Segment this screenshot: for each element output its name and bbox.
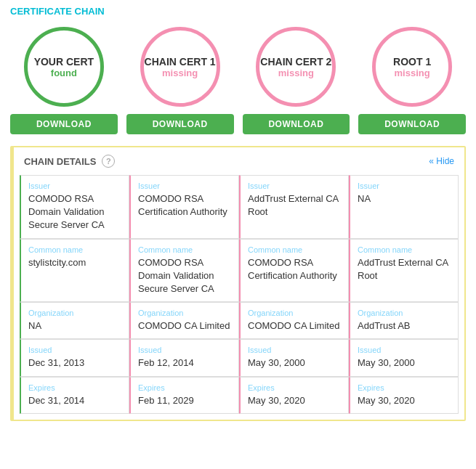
cell-label: Common name	[248, 245, 341, 254]
cell-value: COMODO RSA Certification Authority	[138, 192, 231, 219]
table-cell: IssuedDec 31, 2013	[20, 339, 129, 376]
hide-button[interactable]: « Hide	[429, 156, 454, 166]
table-cell: IssuedFeb 12, 2014	[129, 339, 239, 376]
cell-value: May 30, 2000	[248, 356, 341, 370]
cell-value: Feb 11, 2029	[138, 394, 231, 407]
cell-label: Expires	[358, 383, 451, 392]
table-cell: Common nameAddTrust External CA Root	[349, 239, 459, 303]
table-cell: Common namestylistcity.com	[20, 239, 129, 303]
table-cell: OrganizationAddTrust AB	[349, 302, 459, 339]
table-row-issued: IssuedDec 31, 2013IssuedFeb 12, 2014Issu…	[20, 339, 459, 376]
download-button-root-1[interactable]: DOWNLOAD	[358, 114, 466, 134]
cell-label: Expires	[248, 383, 341, 392]
cert-circle-chain-cert-2: CHAIN CERT 2 missing	[256, 27, 336, 107]
cert-circle-wrapper-your-cert: YOUR CERT found DOWNLOAD	[10, 27, 118, 134]
chain-table: IssuerCOMODO RSA Domain Validation Secur…	[14, 175, 464, 420]
table-cell: IssuedMay 30, 2000	[239, 339, 349, 376]
cert-circle-wrapper-chain-cert-1: CHAIN CERT 1 missing DOWNLOAD	[126, 27, 234, 134]
cert-circle-chain-cert-1: CHAIN CERT 1 missing	[140, 27, 220, 107]
cell-value: May 30, 2000	[358, 356, 451, 370]
cell-value: AddTrust External CA Root	[248, 192, 341, 219]
cell-label: Expires	[138, 383, 231, 392]
table-cell: ExpiresMay 30, 2020	[239, 377, 349, 414]
cert-circle-root-1: ROOT 1 missing	[372, 27, 452, 107]
cell-label: Common name	[28, 245, 121, 254]
cell-label: Issuer	[28, 182, 121, 190]
cell-label: Organization	[138, 309, 231, 317]
cell-value: Dec 31, 2013	[28, 356, 121, 370]
cell-value: COMODO CA Limited	[138, 319, 231, 333]
cell-label: Common name	[138, 245, 231, 254]
cell-label: Issuer	[248, 182, 341, 190]
cell-label: Organization	[358, 309, 451, 317]
cell-label: Issued	[248, 346, 341, 354]
table-cell: IssuerAddTrust External CA Root	[239, 175, 349, 239]
cell-label: Common name	[358, 245, 451, 254]
cell-value: NA	[28, 319, 121, 333]
cert-circle-title-your-cert: YOUR CERT	[34, 56, 94, 68]
cell-label: Organization	[248, 309, 341, 317]
table-cell: ExpiresFeb 11, 2029	[129, 377, 239, 414]
table-cell: IssuerNA	[349, 175, 459, 239]
cert-circle-title-root-1: ROOT 1	[393, 56, 431, 68]
cell-label: Organization	[28, 309, 121, 317]
cert-chain-header: CERTIFICATE CHAIN	[0, 0, 476, 20]
chain-details-header: CHAIN DETAILS ? « Hide	[14, 147, 464, 175]
cert-circle-status-root-1: missing	[395, 68, 430, 78]
cell-value: Feb 12, 2014	[138, 356, 231, 370]
table-row-common-name: Common namestylistcity.comCommon nameCOM…	[20, 239, 459, 303]
table-cell: IssuerCOMODO RSA Certification Authority	[129, 175, 239, 239]
cell-label: Issuer	[138, 182, 231, 190]
table-cell: IssuedMay 30, 2000	[349, 339, 459, 376]
table-cell: Common nameCOMODO RSA Domain Validation …	[129, 239, 239, 303]
table-cell: ExpiresMay 30, 2020	[349, 377, 459, 414]
cert-circle-status-your-cert: found	[51, 68, 77, 78]
table-cell: OrganizationNA	[20, 302, 129, 339]
circles-row: YOUR CERT found DOWNLOAD CHAIN CERT 1 mi…	[0, 20, 476, 134]
cert-circle-status-chain-cert-1: missing	[162, 68, 198, 78]
chain-details-section: CHAIN DETAILS ? « Hide IssuerCOMODO RSA …	[10, 146, 466, 421]
cell-value: AddTrust External CA Root	[358, 256, 451, 282]
cert-circle-status-chain-cert-2: missing	[278, 68, 314, 78]
table-cell: Common nameCOMODO RSA Certification Auth…	[239, 239, 349, 303]
download-button-chain-cert-1[interactable]: DOWNLOAD	[126, 114, 234, 134]
cell-label: Expires	[28, 383, 121, 392]
table-row-expires: ExpiresDec 31, 2014ExpiresFeb 11, 2029Ex…	[20, 377, 459, 414]
cert-circle-wrapper-root-1: ROOT 1 missing DOWNLOAD	[358, 27, 466, 134]
table-cell: OrganizationCOMODO CA Limited	[239, 302, 349, 339]
cert-circle-wrapper-chain-cert-2: CHAIN CERT 2 missing DOWNLOAD	[243, 27, 350, 134]
cell-value: Dec 31, 2014	[28, 394, 121, 407]
table-cell: IssuerCOMODO RSA Domain Validation Secur…	[20, 175, 129, 239]
table-row-issuer: IssuerCOMODO RSA Domain Validation Secur…	[20, 175, 459, 239]
cell-value: COMODO CA Limited	[248, 319, 341, 333]
cert-circle-title-chain-cert-2: CHAIN CERT 2	[260, 56, 331, 68]
table-cell: OrganizationCOMODO CA Limited	[129, 302, 239, 339]
table-row-organization: OrganizationNAOrganizationCOMODO CA Limi…	[20, 302, 459, 339]
chain-details-title-text: CHAIN DETAILS	[24, 156, 96, 167]
cell-value: NA	[358, 192, 451, 205]
cell-label: Issued	[358, 346, 451, 354]
cert-circle-title-chain-cert-1: CHAIN CERT 1	[145, 56, 216, 68]
cell-value: COMODO RSA Certification Authority	[248, 256, 341, 282]
help-icon[interactable]: ?	[102, 155, 115, 168]
cell-value: COMODO RSA Domain Validation Secure Serv…	[28, 192, 121, 232]
cell-label: Issued	[138, 346, 231, 354]
cert-circle-your-cert: YOUR CERT found	[24, 27, 104, 107]
cell-value: AddTrust AB	[358, 319, 451, 333]
download-button-chain-cert-2[interactable]: DOWNLOAD	[243, 114, 350, 134]
download-button-your-cert[interactable]: DOWNLOAD	[10, 114, 118, 134]
cell-value: stylistcity.com	[28, 256, 121, 269]
cell-label: Issuer	[358, 182, 451, 190]
chain-details-title: CHAIN DETAILS ?	[24, 155, 115, 168]
table-cell: ExpiresDec 31, 2014	[20, 377, 129, 414]
cell-value: COMODO RSA Domain Validation Secure Serv…	[138, 256, 231, 296]
cell-value: May 30, 2020	[248, 394, 341, 407]
cell-label: Issued	[28, 346, 121, 354]
cell-value: May 30, 2020	[358, 394, 451, 407]
